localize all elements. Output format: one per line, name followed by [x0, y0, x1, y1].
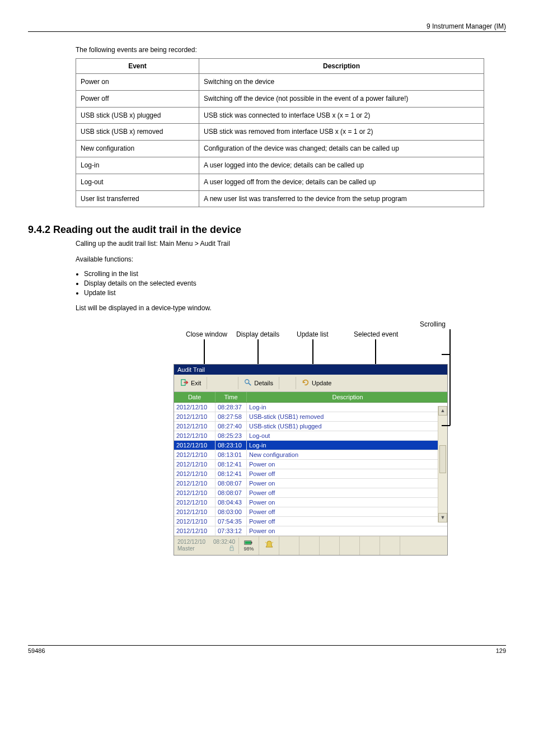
grid-row[interactable]: 2012/12/1008:08:07Power on [174, 479, 447, 488]
status-time: 08:32:40 [213, 539, 235, 545]
grid-row[interactable]: 2012/12/1008:23:10Log-in [174, 441, 447, 450]
cell-time: 08:03:00 [216, 507, 247, 516]
cell-desc: USB-stick (USB1) removed [247, 412, 447, 421]
cell-date: 2012/12/10 [174, 517, 216, 526]
cell-desc: Log-out [247, 431, 447, 440]
event-desc: A user logged off from the device; detai… [199, 174, 484, 190]
callouts: Close window Display details Update list… [174, 330, 453, 364]
cell-time: 08:25:23 [216, 431, 247, 440]
status-alarm[interactable] [259, 536, 279, 555]
details-button[interactable]: Details [238, 377, 279, 389]
refresh-icon [302, 379, 310, 388]
events-table: Event Description Power onSwitching on t… [76, 58, 484, 207]
cell-date: 2012/12/10 [174, 403, 216, 412]
cell-date: 2012/12/10 [174, 431, 216, 440]
bell-icon [264, 540, 274, 551]
table-row: USB stick (USB x) removedUSB stick was r… [76, 124, 484, 141]
scroll-down-button[interactable]: ▼ [438, 513, 447, 522]
list-item: Scrolling in the list [84, 270, 506, 278]
table-row: Log-outA user logged off from the device… [76, 174, 484, 190]
footer-right: 129 [496, 647, 506, 654]
event-desc: Configuration of the device was changed;… [199, 141, 484, 157]
table-row: New configurationConfiguration of the de… [76, 141, 484, 157]
cell-time: 08:23:10 [216, 441, 247, 450]
grid-row[interactable]: 2012/12/1007:33:12Power on [174, 526, 447, 536]
update-button[interactable]: Update [296, 377, 337, 389]
cell-time: 08:12:41 [216, 460, 247, 469]
cell-date: 2012/12/10 [174, 526, 216, 535]
page-footer: 59486 129 [28, 645, 506, 654]
list-item: Display details on the selected events [84, 279, 506, 287]
grid-row[interactable]: 2012/12/1008:28:37Log-in [174, 403, 447, 412]
status-date: 2012/12/10 [177, 539, 205, 545]
window-titlebar: Audit Trail [174, 365, 447, 375]
status-cell [320, 536, 340, 555]
grid-row[interactable]: 2012/12/1008:12:41Power off [174, 469, 447, 479]
cell-desc: Log-in [247, 403, 447, 412]
intro-text: The following events are being recorded: [76, 46, 506, 54]
event-name: USB stick (USB x) plugged [76, 107, 199, 124]
svg-rect-5 [251, 542, 252, 543]
col-header-date[interactable]: Date [174, 392, 216, 402]
callout-selected-event: Selected event [354, 330, 398, 338]
callout-close-window: Close window [186, 330, 227, 338]
col-header-time[interactable]: Time [216, 392, 247, 402]
cell-desc: Log-in [247, 441, 447, 450]
grid-row[interactable]: 2012/12/1008:08:07Power off [174, 488, 447, 498]
cell-desc: Power on [247, 460, 447, 469]
event-name: Log-in [76, 157, 199, 174]
grid-row[interactable]: 2012/12/1008:04:43Power on [174, 498, 447, 507]
callout-display-details: Display details [236, 330, 279, 338]
statusbar: 2012/12/10 08:32:40 Master 98% [174, 536, 447, 555]
scroll-thumb[interactable] [439, 445, 446, 473]
cell-time: 07:54:35 [216, 517, 247, 526]
update-label: Update [312, 380, 331, 386]
cell-time: 08:28:37 [216, 403, 247, 412]
section-p2: Available functions: [76, 255, 506, 264]
status-cell [340, 536, 360, 555]
event-name: USB stick (USB x) removed [76, 124, 199, 141]
grid-row[interactable]: 2012/12/1008:03:00Power off [174, 507, 447, 517]
exit-button[interactable]: Exit [175, 377, 207, 389]
table-row: Power offSwitching off the device (not p… [76, 90, 484, 107]
table-row: USB stick (USB x) pluggedUSB stick was c… [76, 107, 484, 124]
cell-desc: New configuration [247, 450, 447, 459]
toolbar-spacer [207, 377, 238, 389]
svg-point-1 [245, 379, 249, 383]
cell-date: 2012/12/10 [174, 460, 216, 469]
cell-desc: Power off [247, 488, 447, 497]
audit-trail-window: Audit Trail Exit Details Update [174, 364, 448, 556]
cell-date: 2012/12/10 [174, 479, 216, 488]
status-cell [360, 536, 380, 555]
grid-row[interactable]: 2012/12/1008:25:23Log-out [174, 431, 447, 441]
table-row: Log-inA user logged into the device; det… [76, 157, 484, 174]
table-row: Power onSwitching on the device [76, 74, 484, 91]
col-header-desc[interactable]: Description [247, 392, 447, 402]
event-name: Log-out [76, 174, 199, 190]
grid-row[interactable]: 2012/12/1008:12:41Power on [174, 460, 447, 469]
svg-rect-6 [245, 541, 251, 544]
svg-line-8 [271, 542, 273, 543]
cell-date: 2012/12/10 [174, 488, 216, 497]
cell-date: 2012/12/10 [174, 507, 216, 516]
event-name: Power off [76, 90, 199, 107]
svg-line-7 [265, 542, 267, 543]
cell-time: 08:08:07 [216, 488, 247, 497]
status-cell [299, 536, 320, 555]
cell-time: 08:12:41 [216, 469, 247, 478]
header-right: 9 Instrument Manager (IM) [427, 22, 506, 30]
cell-time: 08:27:40 [216, 422, 247, 431]
grid-row[interactable]: 2012/12/1008:13:01New configuration [174, 450, 447, 460]
details-label: Details [254, 380, 273, 386]
svg-line-2 [249, 382, 251, 385]
grid-row[interactable]: 2012/12/1008:27:58USB-stick (USB1) remov… [174, 412, 447, 422]
grid-row[interactable]: 2012/12/1007:54:35Power off [174, 517, 447, 526]
status-cell [279, 536, 299, 555]
grid-row[interactable]: 2012/12/1008:27:40USB-stick (USB1) plugg… [174, 422, 447, 431]
magnifier-icon [244, 379, 252, 388]
cell-date: 2012/12/10 [174, 441, 216, 450]
event-desc: Switching on the device [199, 74, 484, 91]
cell-desc: Power off [247, 507, 447, 516]
status-cell [380, 536, 400, 555]
exit-icon [181, 379, 189, 388]
